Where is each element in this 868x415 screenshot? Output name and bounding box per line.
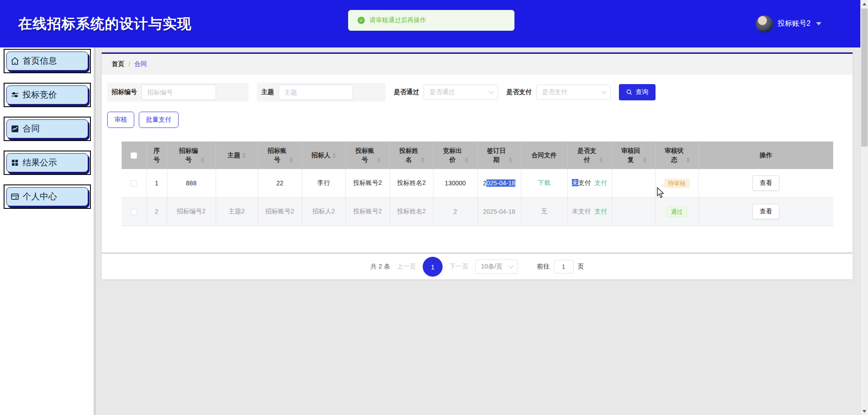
home-icon <box>10 57 19 66</box>
sort-icon[interactable] <box>686 157 690 163</box>
scroll-down-button[interactable] <box>861 407 868 415</box>
cell-topic: 主题2 <box>216 198 258 226</box>
search-button-label: 查询 <box>636 88 648 96</box>
prev-page-button[interactable]: 上一页 <box>397 263 416 271</box>
view-button[interactable]: 查看 <box>752 204 779 219</box>
toast-message: 请审核通过后再操作 <box>369 16 426 24</box>
sidebar-item-profile[interactable]: 个人中心 <box>6 187 88 206</box>
batch-pay-button[interactable]: 批量支付 <box>139 112 179 128</box>
audit-button[interactable]: 审核 <box>107 112 134 128</box>
cell-seq: 1 <box>146 169 167 198</box>
header-review-status[interactable]: 审核状态 <box>655 141 698 169</box>
breadcrumb-home[interactable]: 首页 <box>112 60 124 68</box>
header-sign-date[interactable]: 签订日期 <box>477 141 521 169</box>
sort-icon[interactable] <box>377 157 381 163</box>
filter-label: 招标编号 <box>112 88 137 96</box>
current-page-button[interactable]: 1 <box>423 257 443 277</box>
sort-icon[interactable] <box>242 153 246 158</box>
cell-topic <box>216 169 258 198</box>
sort-icon[interactable] <box>332 153 336 158</box>
topic-input[interactable] <box>278 85 353 100</box>
header-tender-account[interactable]: 投标账号 <box>345 141 390 169</box>
sort-icon[interactable] <box>421 157 425 163</box>
vertical-scrollbar[interactable] <box>860 0 868 415</box>
filter-label: 是否通过 <box>394 88 419 96</box>
sidebar-item-home[interactable]: 首页信息 <box>6 52 88 71</box>
goto-page-input[interactable] <box>554 260 574 274</box>
user-menu[interactable]: 投标账号2 <box>756 0 821 47</box>
cell-bid-no: 招标编号2 <box>167 198 216 226</box>
cell-contract-file: 无 <box>521 198 567 226</box>
pagination-bar: 共 2 条 上一页 1 下一页 10条/页 前往 页 <box>102 254 853 279</box>
filter-row: 招标编号 主题 是否通过 是否通过 是否支付 是否支付 查询 <box>102 75 853 102</box>
cell-tender-account: 投标账号2 <box>345 198 390 226</box>
sort-icon[interactable] <box>643 157 646 163</box>
search-button[interactable]: 查询 <box>619 84 656 100</box>
user-name: 投标账号2 <box>778 19 811 28</box>
status-badge: 通过 <box>666 207 687 217</box>
cell-operation: 查看 <box>698 169 833 198</box>
table-header-row: 序号 招标编号 主题 招标账号 招标人 投标账号 投标姓名 竞标出价 签订日期 … <box>122 141 833 169</box>
sort-icon[interactable] <box>201 157 204 163</box>
goto-suffix: 页 <box>578 263 584 271</box>
selected-text: 未 <box>572 179 578 186</box>
header-bid-no[interactable]: 招标编号 <box>167 141 216 169</box>
paid-select[interactable]: 是否支付 <box>536 85 611 100</box>
cell-bidder: 李行 <box>302 169 345 198</box>
pay-link[interactable]: 支付 <box>594 208 607 215</box>
cell-review-status: 待审核 <box>655 169 698 198</box>
filter-label: 主题 <box>261 88 274 96</box>
header-operation: 操作 <box>698 141 833 169</box>
avatar[interactable] <box>756 15 773 33</box>
bid-no-input[interactable] <box>142 85 216 100</box>
sidebar-item-results[interactable]: 结果公示 <box>6 153 88 172</box>
sort-icon[interactable] <box>599 157 603 163</box>
header-seq: 序号 <box>146 141 167 169</box>
header-price[interactable]: 竞标出价 <box>433 141 477 169</box>
row-checkbox[interactable] <box>131 180 137 187</box>
filter-group-bid-no: 招标编号 <box>107 83 249 102</box>
sidebar-item-label: 投标竞价 <box>23 89 57 101</box>
sliders-icon <box>10 90 19 99</box>
view-button[interactable]: 查看 <box>752 175 779 191</box>
sidebar-item-contract[interactable]: 合同 <box>6 119 88 138</box>
select-placeholder: 是否支付 <box>542 88 567 96</box>
passed-select[interactable]: 是否通过 <box>424 85 498 100</box>
sort-icon[interactable] <box>465 157 468 163</box>
action-row: 审核 批量支付 <box>102 102 853 128</box>
header-tender-name[interactable]: 投标姓名 <box>390 141 433 169</box>
next-page-button[interactable]: 下一页 <box>449 263 468 271</box>
select-all-checkbox[interactable] <box>131 152 137 159</box>
sidebar-item-label: 首页信息 <box>23 55 57 67</box>
sidebar-item-label: 个人中心 <box>23 191 57 203</box>
page-size-select[interactable]: 10条/页 <box>475 259 517 274</box>
card-icon <box>10 192 19 201</box>
download-link[interactable]: 下载 <box>538 179 551 186</box>
header-contract-file: 合同文件 <box>521 141 567 169</box>
sort-icon[interactable] <box>289 157 293 163</box>
selected-text: 025-04-18 <box>486 179 515 187</box>
cell-tender-name: 投标姓名2 <box>390 169 433 198</box>
sidebar-item-bidding[interactable]: 投标竞价 <box>6 85 88 104</box>
magnifier-icon <box>626 89 632 95</box>
sidebar-item-bidding-outline: 投标竞价 <box>4 83 91 107</box>
header-topic[interactable]: 主题 <box>216 141 258 169</box>
chevron-down-icon <box>508 263 513 268</box>
header-pay-status[interactable]: 是否支付 <box>567 141 612 169</box>
cell-review-reply <box>612 169 655 198</box>
header-review-reply[interactable]: 审核回复 <box>612 141 655 169</box>
sidebar-item-contract-outline: 合同 <box>4 117 91 141</box>
filter-group-topic: 主题 <box>257 83 386 102</box>
scrollbar-thumb[interactable] <box>861 9 868 146</box>
chevron-down-icon <box>601 89 606 94</box>
filter-group-paid: 是否支付 是否支付 <box>506 85 611 100</box>
sort-icon[interactable] <box>509 157 512 163</box>
pay-link[interactable]: 支付 <box>594 179 607 186</box>
scroll-up-button[interactable] <box>861 0 868 8</box>
header-bid-account[interactable]: 招标账号 <box>258 141 302 169</box>
cell-tender-account: 投标账号2 <box>345 169 390 198</box>
breadcrumb: 首页 / 合同 <box>102 54 853 75</box>
table-row: 1 888 22 李行 投标账号2 投标姓名2 130000 2025-04-1… <box>122 169 833 198</box>
row-checkbox[interactable] <box>131 209 137 215</box>
header-bidder[interactable]: 招标人 <box>302 141 345 169</box>
